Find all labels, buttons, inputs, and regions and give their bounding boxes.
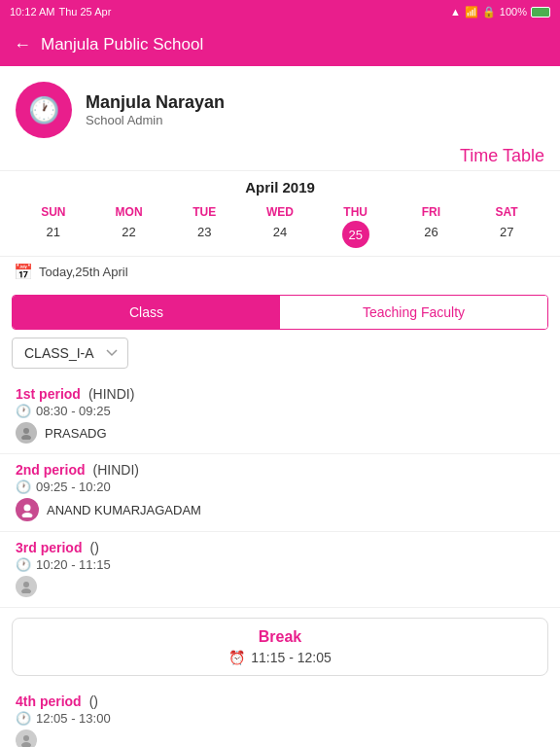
- period-4-label: 4th period: [16, 694, 82, 709]
- signal-icon: ▲: [450, 6, 461, 18]
- teacher-name-2: ANAND KUMARJAGADAM: [47, 503, 201, 517]
- period-3-label: 3rd period: [16, 540, 82, 555]
- class-selector[interactable]: CLASS_I-A CLASS_I-B CLASS_II-A: [12, 338, 548, 369]
- teacher-avatar-1: [16, 422, 37, 444]
- top-nav: ← Manjula Public School: [0, 23, 560, 66]
- svg-point-3: [22, 513, 33, 517]
- cal-day-27[interactable]: 27: [469, 221, 544, 248]
- avatar: 🕐: [16, 82, 72, 138]
- calendar-section: April 2019 SUN MON TUE WED THU FRI SAT 2…: [0, 170, 560, 256]
- cal-day-23[interactable]: 23: [166, 221, 242, 248]
- avatar-icon: 🕐: [28, 95, 59, 125]
- status-bar: 10:12 AM Thu 25 Apr ▲ 📶 🔒 100%: [0, 0, 560, 23]
- teacher-name-1: PRASADG: [45, 426, 107, 441]
- period-1-subject: (HINDI): [88, 386, 134, 402]
- svg-point-6: [23, 735, 29, 741]
- lock-icon: 🔒: [482, 6, 496, 18]
- alarm-icon: ⏰: [228, 650, 245, 665]
- cal-day-25-today[interactable]: 25: [342, 221, 369, 248]
- cal-day-21[interactable]: 21: [16, 221, 91, 248]
- period-2-time: 09:25 - 10:20: [36, 480, 111, 494]
- cal-header-mon: MON: [91, 203, 167, 221]
- period-1: 1st period (HINDI) 🕐 08:30 - 09:25 PRASA…: [0, 378, 560, 454]
- svg-point-0: [23, 428, 29, 434]
- break-card: Break ⏰ 11:15 - 12:05: [12, 618, 548, 676]
- teacher-avatar-4: [16, 729, 37, 747]
- period-2-subject: (HINDI): [93, 462, 139, 478]
- teacher-avatar-2: [16, 498, 39, 521]
- class-select-dropdown[interactable]: CLASS_I-A CLASS_I-B CLASS_II-A: [12, 338, 128, 369]
- battery-icon: [531, 7, 550, 18]
- cal-header-fri: FRI: [394, 203, 470, 221]
- calendar-month: April 2019: [16, 179, 544, 196]
- today-text: Today,25th April: [39, 265, 128, 279]
- cal-header-sun: SUN: [16, 203, 91, 221]
- teacher-avatar-3: [16, 576, 37, 597]
- tab-row: Class Teaching Faculty: [12, 295, 548, 330]
- svg-point-5: [21, 588, 31, 593]
- tab-teaching[interactable]: Teaching Faculty: [280, 296, 547, 329]
- cal-header-thu: THU: [318, 203, 394, 221]
- period-4: 4th period () 🕐 12:05 - 13:00: [0, 686, 560, 747]
- cal-header-wed: WED: [242, 203, 318, 221]
- period-1-label: 1st period: [16, 386, 81, 402]
- svg-point-1: [21, 435, 31, 440]
- back-icon[interactable]: ←: [14, 35, 31, 55]
- clock-icon-1: 🕐: [16, 404, 31, 418]
- tab-class[interactable]: Class: [13, 296, 280, 329]
- svg-point-7: [21, 742, 31, 747]
- period-4-subject: (): [89, 694, 98, 709]
- status-time: 10:12 AM: [10, 6, 54, 18]
- clock-icon-2: 🕐: [16, 480, 31, 494]
- profile-name: Manjula Narayan: [86, 92, 225, 113]
- clock-icon-4: 🕐: [16, 711, 31, 726]
- svg-point-4: [23, 582, 29, 587]
- break-time-range: 11:15 - 12:05: [251, 650, 332, 665]
- nav-title: Manjula Public School: [41, 35, 203, 54]
- today-label: 📅 Today,25th April: [0, 256, 560, 287]
- status-date: Thu 25 Apr: [58, 6, 111, 18]
- cal-day-22[interactable]: 22: [91, 221, 167, 248]
- profile-role: School Admin: [86, 113, 225, 127]
- break-title: Break: [28, 628, 532, 646]
- period-4-time: 12:05 - 13:00: [36, 711, 111, 726]
- period-1-time: 08:30 - 09:25: [36, 404, 111, 418]
- period-3-subject: (): [89, 540, 98, 555]
- period-2: 2nd period (HINDI) 🕐 09:25 - 10:20 ANAND…: [0, 454, 560, 532]
- svg-point-2: [24, 505, 31, 512]
- clock-icon-3: 🕐: [16, 557, 31, 572]
- battery-level: 100%: [500, 6, 527, 18]
- period-3-time: 10:20 - 11:15: [36, 557, 111, 572]
- cal-day-26[interactable]: 26: [394, 221, 470, 248]
- period-2-label: 2nd period: [16, 462, 86, 478]
- profile-section: 🕐 Manjula Narayan School Admin: [0, 66, 560, 146]
- cal-day-24[interactable]: 24: [242, 221, 318, 248]
- wifi-icon: 📶: [465, 6, 478, 18]
- period-3: 3rd period () 🕐 10:20 - 11:15: [0, 532, 560, 608]
- cal-header-sat: SAT: [469, 203, 544, 221]
- timetable-label: Time Table: [0, 146, 560, 170]
- cal-header-tue: TUE: [166, 203, 242, 221]
- calendar-grid: SUN MON TUE WED THU FRI SAT 21 22 23 24 …: [16, 203, 544, 248]
- calendar-small-icon: 📅: [14, 263, 33, 281]
